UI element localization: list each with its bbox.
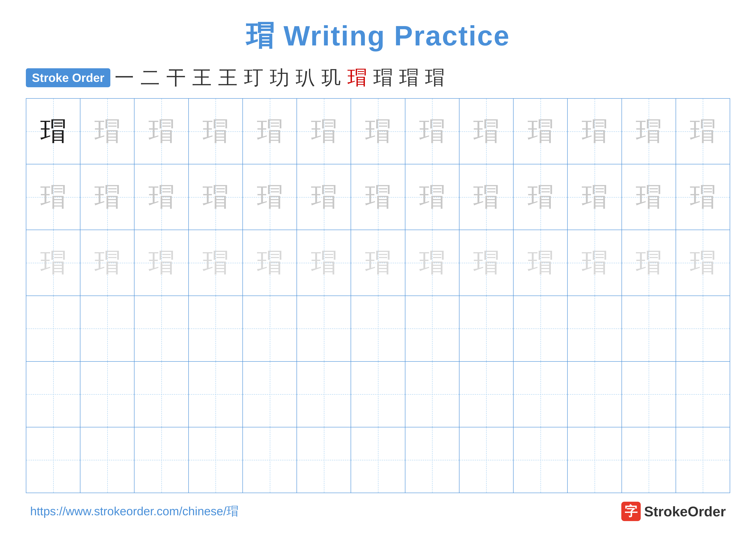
grid-cell-3-13[interactable]: 瑁 [676, 230, 730, 295]
char-guide: 瑁 [94, 250, 120, 276]
grid-cell-1-1[interactable]: 瑁 [26, 99, 80, 164]
grid-cell-1-4[interactable]: 瑁 [189, 99, 243, 164]
char-guide: 瑁 [365, 184, 391, 210]
grid-cell-1-3[interactable]: 瑁 [134, 99, 189, 164]
grid-cell-3-12[interactable]: 瑁 [622, 230, 676, 295]
grid-cell-4-2[interactable] [80, 296, 134, 361]
grid-cell-3-3[interactable]: 瑁 [134, 230, 189, 295]
stroke-9: 玑 [322, 68, 341, 88]
grid-cell-5-13[interactable] [676, 362, 730, 427]
char-guide: 瑁 [365, 250, 391, 276]
grid-cell-6-11[interactable] [568, 427, 622, 493]
grid-cell-2-11[interactable]: 瑁 [568, 165, 622, 230]
grid-cell-6-2[interactable] [80, 427, 134, 493]
grid-cell-6-5[interactable] [243, 427, 297, 493]
grid-cell-5-1[interactable] [26, 362, 80, 427]
grid-cell-1-8[interactable]: 瑁 [405, 99, 459, 164]
grid-cell-5-6[interactable] [297, 362, 351, 427]
grid-cell-2-7[interactable]: 瑁 [351, 165, 405, 230]
grid-cell-6-7[interactable] [351, 427, 405, 493]
page: 瑁 Writing Practice Stroke Order 一 二 干 王 … [0, 0, 756, 534]
char-guide: 瑁 [527, 250, 554, 276]
grid-cell-1-2[interactable]: 瑁 [80, 99, 134, 164]
grid-cell-2-5[interactable]: 瑁 [243, 165, 297, 230]
grid-cell-2-10[interactable]: 瑁 [514, 165, 568, 230]
grid-cell-5-8[interactable] [405, 362, 459, 427]
grid-cell-4-7[interactable] [351, 296, 405, 361]
grid-cell-3-6[interactable]: 瑁 [297, 230, 351, 295]
char-guide: 瑁 [690, 184, 716, 210]
grid-cell-2-12[interactable]: 瑁 [622, 165, 676, 230]
grid-cell-2-8[interactable]: 瑁 [405, 165, 459, 230]
char-guide: 瑁 [419, 184, 445, 210]
stroke-1: 一 [115, 68, 134, 88]
stroke-8: 玐 [296, 68, 315, 88]
grid-cell-3-11[interactable]: 瑁 [568, 230, 622, 295]
grid-cell-4-11[interactable] [568, 296, 622, 361]
grid-cell-2-2[interactable]: 瑁 [80, 165, 134, 230]
grid-cell-4-10[interactable] [514, 296, 568, 361]
grid-cell-2-3[interactable]: 瑁 [134, 165, 189, 230]
grid-cell-6-1[interactable] [26, 427, 80, 493]
grid-cell-4-5[interactable] [243, 296, 297, 361]
char-guide: 瑁 [690, 118, 716, 144]
grid-cell-5-12[interactable] [622, 362, 676, 427]
grid-cell-1-13[interactable]: 瑁 [676, 99, 730, 164]
grid-cell-4-4[interactable] [189, 296, 243, 361]
grid-cell-6-3[interactable] [134, 427, 189, 493]
grid-cell-6-8[interactable] [405, 427, 459, 493]
grid-cell-5-2[interactable] [80, 362, 134, 427]
grid-cell-6-13[interactable] [676, 427, 730, 493]
grid-cell-1-6[interactable]: 瑁 [297, 99, 351, 164]
grid-cell-2-9[interactable]: 瑁 [459, 165, 514, 230]
grid-cell-3-9[interactable]: 瑁 [459, 230, 514, 295]
grid-cell-5-4[interactable] [189, 362, 243, 427]
grid-cell-6-6[interactable] [297, 427, 351, 493]
stroke-2: 二 [141, 68, 160, 88]
grid-cell-4-9[interactable] [459, 296, 514, 361]
grid-cell-4-8[interactable] [405, 296, 459, 361]
grid-cell-5-5[interactable] [243, 362, 297, 427]
grid-cell-5-11[interactable] [568, 362, 622, 427]
char-guide: 瑁 [365, 118, 391, 144]
grid-cell-1-11[interactable]: 瑁 [568, 99, 622, 164]
grid-cell-5-7[interactable] [351, 362, 405, 427]
grid-cell-3-5[interactable]: 瑁 [243, 230, 297, 295]
grid-cell-3-8[interactable]: 瑁 [405, 230, 459, 295]
grid-cell-4-6[interactable] [297, 296, 351, 361]
stroke-order-row: Stroke Order 一 二 干 王 王 玎 玏 玐 玑 瑁 瑁 瑁 瑁 [26, 68, 730, 88]
grid-cell-3-2[interactable]: 瑁 [80, 230, 134, 295]
grid-cell-1-10[interactable]: 瑁 [514, 99, 568, 164]
grid-cell-4-13[interactable] [676, 296, 730, 361]
grid-cell-1-5[interactable]: 瑁 [243, 99, 297, 164]
grid-cell-6-12[interactable] [622, 427, 676, 493]
grid-cell-5-10[interactable] [514, 362, 568, 427]
grid-cell-3-10[interactable]: 瑁 [514, 230, 568, 295]
grid-cell-4-12[interactable] [622, 296, 676, 361]
grid-row-3: 瑁 瑁 瑁 瑁 瑁 瑁 瑁 瑁 瑁 瑁 瑁 瑁 瑁 [26, 230, 730, 296]
char-guide: 瑁 [582, 118, 608, 144]
grid-cell-6-9[interactable] [459, 427, 514, 493]
char-solid: 瑁 [40, 118, 66, 144]
char-guide: 瑁 [94, 184, 120, 210]
grid-cell-1-12[interactable]: 瑁 [622, 99, 676, 164]
grid-cell-3-1[interactable]: 瑁 [26, 230, 80, 295]
grid-cell-6-10[interactable] [514, 427, 568, 493]
grid-cell-1-7[interactable]: 瑁 [351, 99, 405, 164]
title-text: Writing Practice [284, 20, 510, 51]
grid-cell-3-7[interactable]: 瑁 [351, 230, 405, 295]
grid-row-4 [26, 296, 730, 362]
grid-cell-2-4[interactable]: 瑁 [189, 165, 243, 230]
grid-cell-4-3[interactable] [134, 296, 189, 361]
grid-cell-3-4[interactable]: 瑁 [189, 230, 243, 295]
grid-cell-2-6[interactable]: 瑁 [297, 165, 351, 230]
grid-cell-6-4[interactable] [189, 427, 243, 493]
grid-cell-2-1[interactable]: 瑁 [26, 165, 80, 230]
grid-cell-2-13[interactable]: 瑁 [676, 165, 730, 230]
grid-cell-5-3[interactable] [134, 362, 189, 427]
char-guide: 瑁 [473, 184, 499, 210]
grid-cell-4-1[interactable] [26, 296, 80, 361]
grid-cell-1-9[interactable]: 瑁 [459, 99, 514, 164]
grid-row-6 [26, 427, 730, 493]
grid-cell-5-9[interactable] [459, 362, 514, 427]
